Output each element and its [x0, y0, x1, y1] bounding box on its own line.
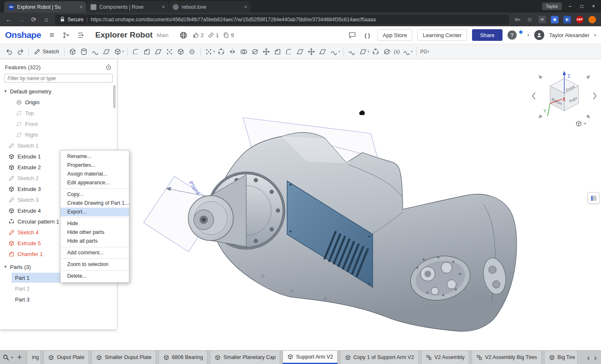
- extension-blue-icon[interactable]: ◧: [563, 16, 571, 23]
- thicken-icon[interactable]: [112, 46, 124, 57]
- menu-item-assign-material[interactable]: Assign material...: [61, 170, 129, 178]
- menu-item-delete[interactable]: Delete...: [61, 272, 129, 281]
- menu-item-hide[interactable]: Hide: [61, 219, 129, 228]
- delete-face-icon[interactable]: [295, 46, 306, 57]
- featurescript-icon[interactable]: { }: [362, 30, 372, 40]
- surface-tools-caret-icon[interactable]: ▾: [368, 50, 369, 53]
- comment-icon[interactable]: [347, 30, 357, 40]
- undo-icon[interactable]: [3, 46, 15, 57]
- help-caret-icon[interactable]: ▾: [528, 33, 529, 37]
- document-tab[interactable]: V2 Assembly: [421, 351, 469, 364]
- motor-assembly[interactable]: [188, 172, 285, 249]
- loft-icon[interactable]: [101, 46, 112, 57]
- window-close-button[interactable]: ×: [590, 3, 597, 9]
- document-tab[interactable]: Copy 1 of Support Arm V2: [340, 351, 419, 364]
- pg-caret-icon[interactable]: ▾: [427, 50, 429, 53]
- project-curve-icon[interactable]: [381, 46, 393, 57]
- bookmark-star-icon[interactable]: ☆: [526, 16, 533, 23]
- links-stat[interactable]: 1: [208, 32, 219, 38]
- pattern-caret-icon[interactable]: ▾: [213, 50, 215, 53]
- forward-icon[interactable]: →: [18, 16, 25, 23]
- onshape-logo[interactable]: Onshape: [5, 30, 41, 40]
- view-cube[interactable]: Front Right Bottom Z X Y: [531, 68, 598, 126]
- menu-item-hide-all-parts[interactable]: Hide all parts: [61, 237, 129, 246]
- offset-surface-icon[interactable]: [328, 46, 340, 57]
- extrude-icon[interactable]: [67, 46, 78, 57]
- app-store-button[interactable]: App Store: [377, 29, 412, 41]
- shell-icon[interactable]: [175, 46, 187, 57]
- thicken-caret-icon[interactable]: ▾: [122, 50, 124, 53]
- follow-mode-icon[interactable]: [75, 30, 85, 40]
- menu-item-hide-other-parts[interactable]: Hide other parts: [61, 228, 129, 237]
- hamburger-menu-icon[interactable]: ≡: [47, 30, 57, 40]
- tab-close-icon[interactable]: ×: [80, 4, 83, 10]
- curve-caret-icon[interactable]: ▾: [411, 50, 413, 53]
- window-maximize-button[interactable]: □: [578, 3, 585, 9]
- search-tabs-icon[interactable]: [3, 354, 10, 361]
- document-tab[interactable]: Smaller Ouput Plate: [91, 351, 156, 364]
- browser-tab-onshape[interactable]: On Explorer Robot | Su ×: [4, 1, 86, 13]
- search-caret-icon[interactable]: ▾: [11, 356, 13, 359]
- transform-icon[interactable]: [261, 46, 272, 57]
- user-name[interactable]: Taylor Alexander: [549, 32, 589, 38]
- circular-pattern-icon[interactable]: [216, 46, 227, 57]
- menu-item-export[interactable]: Export...: [61, 208, 129, 216]
- document-tab[interactable]: ing: [27, 351, 41, 364]
- move-face-icon[interactable]: [306, 46, 317, 57]
- panel-scrollbar[interactable]: [113, 85, 116, 108]
- extension-ni-icon[interactable]: NI: [538, 16, 546, 23]
- feature-plane-front[interactable]: Front: [0, 118, 117, 129]
- tab-close-icon[interactable]: ×: [244, 4, 247, 10]
- part-item[interactable]: Part 2: [0, 283, 117, 294]
- helix-icon[interactable]: [370, 46, 381, 57]
- copies-stat[interactable]: 9: [223, 32, 234, 38]
- window-minimize-button[interactable]: –: [567, 3, 573, 9]
- reload-icon[interactable]: ⟳: [30, 16, 38, 23]
- back-icon[interactable]: ←: [5, 16, 13, 23]
- 3d-viewport[interactable]: Plane: [117, 59, 601, 350]
- rotate-left-chevron[interactable]: [533, 93, 535, 99]
- menu-item-properties[interactable]: Properties...: [61, 161, 129, 170]
- menu-item-zoom-to-selection[interactable]: Zoom to selection: [61, 260, 129, 269]
- document-tab[interactable]: V2 Assembly Big Tires: [472, 351, 541, 364]
- menu-item-edit-appearance[interactable]: Edit appearance...: [61, 178, 129, 187]
- tabs-scroll-right-chevron[interactable]: ›: [594, 353, 597, 361]
- feature-filter-input[interactable]: [4, 74, 113, 83]
- document-tab[interactable]: 6806 Bearing: [159, 351, 207, 364]
- feature-item[interactable]: Sketch 1: [0, 140, 117, 151]
- surface-caret-icon[interactable]: ▾: [338, 50, 340, 53]
- part-item[interactable]: Part 3: [0, 294, 117, 305]
- document-tab[interactable]: Ouput Plate: [43, 351, 89, 364]
- menu-item-add-comment[interactable]: Add comment...: [61, 249, 129, 257]
- menu-item-copy[interactable]: Copy...: [61, 190, 129, 199]
- revolve-icon[interactable]: [78, 46, 90, 57]
- tab-close-icon[interactable]: ×: [162, 4, 165, 10]
- sketch-button[interactable]: Sketch: [31, 48, 62, 55]
- document-tab-active[interactable]: Support Arm V2: [283, 351, 337, 364]
- browser-tab-components[interactable]: Components | Rove ×: [86, 1, 168, 13]
- modify-fillet-icon[interactable]: [283, 46, 295, 57]
- split-icon[interactable]: [250, 46, 261, 57]
- chevron-down-icon[interactable]: ▼: [3, 265, 8, 269]
- rotate-right-chevron[interactable]: [593, 93, 596, 99]
- adblock-abp-icon[interactable]: ABP: [576, 16, 583, 23]
- tabs-scroll-left-chevron[interactable]: ‹: [587, 353, 590, 361]
- rollback-time-icon[interactable]: [105, 64, 112, 70]
- boolean-icon[interactable]: [238, 46, 250, 57]
- url-field[interactable]: Secure | https://cad.onshape.com/documen…: [55, 15, 509, 25]
- replace-face-icon[interactable]: [317, 46, 328, 57]
- mirror-icon[interactable]: [227, 46, 238, 57]
- user-menu-caret-icon[interactable]: ▾: [594, 33, 596, 37]
- help-button[interactable]: ?: [508, 30, 517, 40]
- default-geometry-group[interactable]: ▼ Default geometry: [0, 86, 117, 97]
- redo-icon[interactable]: [15, 46, 26, 57]
- fillet-icon[interactable]: [130, 46, 141, 57]
- menu-item-create-drawing[interactable]: Create Drawing of Part 1...: [61, 199, 129, 208]
- menu-item-rename[interactable]: Rename...: [61, 152, 129, 161]
- surface-tools-icon[interactable]: [358, 46, 369, 57]
- chevron-down-icon[interactable]: ▼: [3, 89, 8, 93]
- variable-icon[interactable]: (x): [393, 49, 401, 55]
- home-icon[interactable]: ⌂: [43, 16, 50, 23]
- sweep-icon[interactable]: [90, 46, 101, 57]
- extension-blue-doc-icon[interactable]: ▤: [551, 16, 558, 23]
